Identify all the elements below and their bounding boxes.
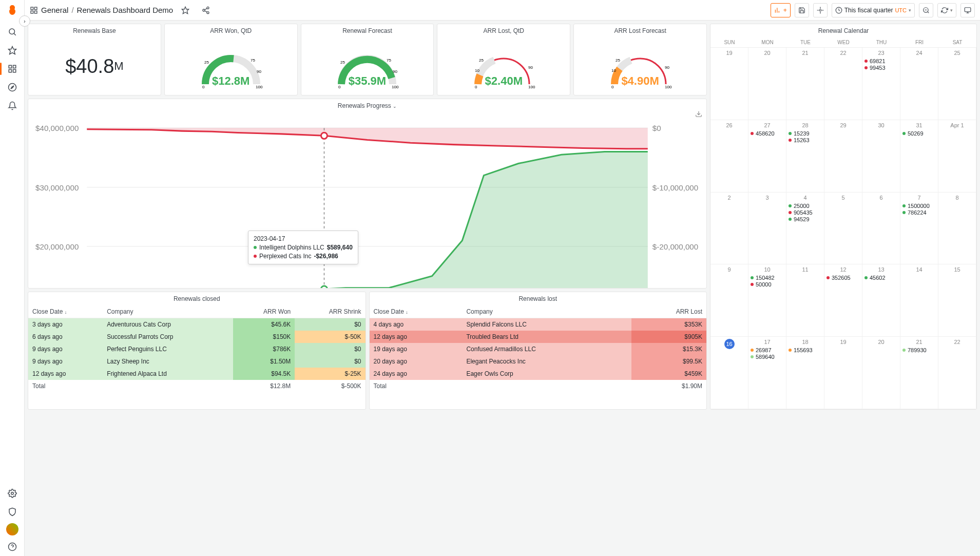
calendar-event[interactable]: 69821	[864, 58, 898, 64]
calendar-event[interactable]: 1500000	[902, 203, 936, 209]
calendar-cell[interactable]: 15	[938, 264, 976, 337]
calendar-cell[interactable]: 236982199453	[862, 48, 900, 120]
calendar-cell[interactable]: 2	[710, 193, 748, 265]
panel-lost-forecast[interactable]: ARR Lost Forecast 0 10 25 90 100 $4.	[573, 24, 707, 95]
calendar-event[interactable]: 155693	[789, 347, 822, 353]
calendar-cell[interactable]: Apr 1	[938, 120, 976, 193]
calendar-event[interactable]: 150482	[751, 275, 784, 281]
calendar-event[interactable]: 99453	[864, 65, 898, 71]
calendar-cell[interactable]: 71500000786224	[900, 193, 938, 265]
settings-button[interactable]	[813, 3, 828, 17]
zoom-out-button[interactable]	[919, 3, 933, 17]
grafana-logo[interactable]	[6, 4, 18, 16]
calendar-cell[interactable]: 22	[824, 48, 862, 120]
admin-icon[interactable]	[4, 504, 21, 520]
calendar-cell[interactable]: 27458620	[748, 120, 786, 193]
panel-renewals-lost[interactable]: Renewals lost Close Date ↓ Company ARR L…	[369, 292, 707, 410]
col-company[interactable]: Company	[103, 305, 233, 318]
table-row[interactable]: 12 days agoTroubled Bears Ltd$905K	[370, 331, 707, 343]
table-row[interactable]: 9 days agoPerfect Penguins LLC$786K$0	[28, 343, 366, 355]
col-close-date[interactable]: Close Date ↓	[370, 305, 463, 318]
panel-arr-won[interactable]: ARR Won, QtD 0 25 75 90 100 $12.8M	[164, 24, 298, 95]
calendar-cell[interactable]: 20	[862, 337, 900, 409]
table-row[interactable]: 12 days agoFrightened Alpaca Ltd$94.5K$-…	[28, 368, 366, 380]
timerange-picker[interactable]: This fiscal quarter UTC ▾	[832, 3, 915, 17]
calendar-cell[interactable]: 6	[862, 193, 900, 265]
col-company[interactable]: Company	[462, 305, 631, 318]
calendar-cell[interactable]: 20	[748, 48, 786, 120]
table-row[interactable]: 19 days agoConfused Armadillos LLC$15.3K	[370, 343, 707, 355]
dashboards-icon[interactable]	[4, 61, 21, 77]
calendar-event[interactable]: 789930	[902, 347, 936, 353]
panel-renewals-base[interactable]: Renewals Base $40.8M	[28, 24, 161, 95]
calendar-cell[interactable]: 21789930	[900, 337, 938, 409]
calendar-event[interactable]: 50000	[751, 281, 784, 287]
calendar-event[interactable]: 352605	[827, 275, 860, 281]
calendar-event[interactable]: 94529	[789, 216, 822, 222]
calendar-cell[interactable]: 281523915263	[786, 120, 824, 193]
calendar-cell[interactable]: 9	[710, 264, 748, 337]
calendar-cell[interactable]: 12352605	[824, 264, 862, 337]
calendar-cell[interactable]: 21	[786, 48, 824, 120]
search-icon[interactable]	[4, 24, 21, 40]
calendar-event[interactable]: 786224	[902, 209, 936, 216]
calendar-event[interactable]: 905435	[789, 209, 822, 216]
refresh-button[interactable]: ▾	[937, 3, 956, 17]
panel-renewal-forecast[interactable]: Renewal Forecast 0 25 75 90 100 $35.9M	[301, 24, 434, 95]
calendar-cell[interactable]: 3150269	[900, 120, 938, 193]
table-row[interactable]: 24 days agoEager Owls Corp$459K	[370, 368, 707, 380]
save-button[interactable]	[795, 3, 809, 17]
star-icon[interactable]	[4, 42, 21, 59]
table-row[interactable]: 4 days agoSplendid Falcons LLC$353K	[370, 318, 707, 331]
add-panel-button[interactable]: +	[771, 3, 791, 17]
help-icon[interactable]	[4, 539, 21, 555]
calendar-cell[interactable]: 1345602	[862, 264, 900, 337]
calendar-event[interactable]: 15263	[789, 137, 822, 143]
calendar-cell[interactable]: 16	[710, 337, 748, 409]
calendar-cell[interactable]: 29	[824, 120, 862, 193]
calendar-cell[interactable]: 14	[900, 264, 938, 337]
calendar-cell[interactable]: 1015048250000	[748, 264, 786, 337]
sidebar-toggle[interactable]: ›	[19, 15, 30, 27]
panel-renewal-calendar[interactable]: Renewal Calendar SUNMONTUEWEDTHUFRISAT 1…	[710, 24, 977, 410]
table-row[interactable]: 3 days agoAdventurous Cats Corp$45.6K$0	[28, 318, 366, 331]
calendar-cell[interactable]: 42500090543594529	[786, 193, 824, 265]
table-row[interactable]: 9 days agoLazy Sheep Inc$1.50M$0	[28, 355, 366, 368]
table-row[interactable]: 20 days agoElegant Peacocks Inc$99.5K	[370, 355, 707, 368]
col-arr-shrink[interactable]: ARR Shrink	[295, 305, 365, 318]
calendar-cell[interactable]: 26	[710, 120, 748, 193]
calendar-cell[interactable]: 30	[862, 120, 900, 193]
calendar-event[interactable]: 589640	[751, 354, 784, 360]
calendar-cell[interactable]: 3	[748, 193, 786, 265]
calendar-cell[interactable]: 19	[710, 48, 748, 120]
col-arr-won[interactable]: ARR Won	[233, 305, 295, 318]
calendar-event[interactable]: 45602	[864, 275, 898, 281]
panel-renewals-progress[interactable]: Renewals Progress ⌄ $40,000,000 $30,000,…	[28, 99, 707, 289]
calendar-cell[interactable]: 19	[824, 337, 862, 409]
calendar-event[interactable]: 458620	[751, 130, 784, 137]
calendar-cell[interactable]: 25	[938, 48, 976, 120]
calendar-cell[interactable]: 8	[938, 193, 976, 265]
calendar-event[interactable]: 26987	[751, 347, 784, 353]
calendar-event[interactable]: 15239	[789, 130, 822, 137]
calendar-cell[interactable]: 18155693	[786, 337, 824, 409]
panel-renewals-closed[interactable]: Renewals closed Close Date ↓ Company ARR…	[28, 292, 366, 410]
col-close-date[interactable]: Close Date ↓	[28, 305, 103, 318]
share-icon[interactable]	[198, 2, 214, 18]
calendar-cell[interactable]: 24	[900, 48, 938, 120]
settings-icon[interactable]	[4, 485, 21, 502]
kiosk-button[interactable]	[960, 3, 975, 17]
explore-icon[interactable]	[4, 79, 21, 95]
calendar-cell[interactable]: 1726987589640	[748, 337, 786, 409]
col-arr-lost[interactable]: ARR Lost	[631, 305, 706, 318]
avatar[interactable]	[6, 523, 18, 535]
panel-arr-lost[interactable]: ARR Lost, QtD 0 10 25 90 100 $2.40M	[437, 24, 570, 95]
calendar-cell[interactable]: 22	[938, 337, 976, 409]
calendar-event[interactable]: 50269	[902, 130, 936, 137]
table-row[interactable]: 6 days agoSuccessful Parrots Corp$150K$-…	[28, 331, 366, 343]
calendar-event[interactable]: 25000	[789, 203, 822, 209]
favorite-star-icon[interactable]	[177, 2, 194, 18]
alerting-icon[interactable]	[4, 98, 21, 114]
calendar-cell[interactable]: 11	[786, 264, 824, 337]
calendar-cell[interactable]: 5	[824, 193, 862, 265]
